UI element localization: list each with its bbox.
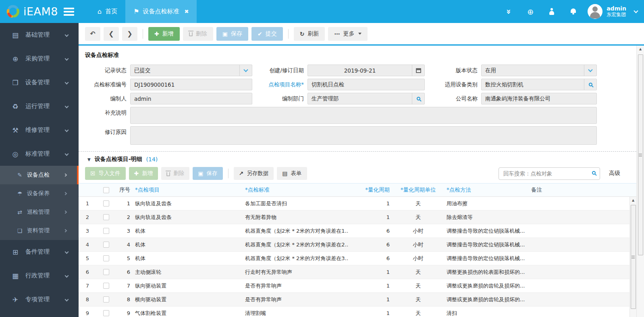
detail-search-input[interactable] xyxy=(499,167,600,180)
sidebar-item-patrol-mgmt[interactable]: ⇄巡检管理 xyxy=(0,203,79,221)
prev-button[interactable]: ❮ xyxy=(104,27,119,41)
row-checkbox[interactable] xyxy=(103,296,109,302)
bell-icon[interactable] xyxy=(569,8,577,16)
form-view-button[interactable]: ▤ 表单 xyxy=(277,167,307,180)
more-button[interactable]: ⋯ 更多 xyxy=(328,27,368,41)
row-checkbox[interactable] xyxy=(103,242,109,248)
table-row[interactable]: 66主动侧滚轮行走时有无异常响声1天调整更换损伤的轮表面和损坏的... xyxy=(79,265,629,279)
inspection-item-cell: 气体割枪装置 xyxy=(131,310,242,317)
row-checkbox[interactable] xyxy=(103,269,109,275)
row-checkbox[interactable] xyxy=(103,310,109,316)
search-icon[interactable] xyxy=(584,79,596,90)
sidebar-item-purchase-mgmt[interactable]: ⊕采购管理 xyxy=(0,47,79,71)
table-row[interactable]: 11纵向轨道及齿条各加工面是否清扫1天用油布擦 xyxy=(79,197,629,211)
user-menu-caret-icon[interactable] xyxy=(634,8,638,13)
supplement-textarea[interactable] xyxy=(130,107,597,124)
sidebar-item-document-mgmt[interactable]: ❏资料管理 xyxy=(0,221,79,240)
save-button[interactable]: ▣ 保存 xyxy=(216,27,248,41)
checkbox-cell xyxy=(96,242,116,248)
table-row[interactable]: 99气体割枪装置清理割嘴1天清扫 xyxy=(79,307,629,317)
calendar-icon[interactable] xyxy=(412,65,424,76)
department-lookup[interactable]: 生产管理部 xyxy=(307,93,425,104)
add-button[interactable]: ✚ 新增 xyxy=(148,27,180,41)
search-icon[interactable] xyxy=(412,93,424,104)
table-row[interactable]: 22纵向轨道及齿条有无附着异物1天除去熔渣等 xyxy=(79,211,629,224)
sidebar-item-equipment-mgmt[interactable]: ❒设备管理 xyxy=(0,71,79,94)
scroll-up-arrow[interactable]: ▲ xyxy=(637,46,644,52)
close-tab-icon[interactable]: ✖ xyxy=(185,8,189,15)
import-file-button[interactable]: ☒ 导入文件 xyxy=(85,167,126,180)
table-row[interactable]: 33机体机器直角度（划2米 * 2米的方对角误差在1...6小时调整撞击导致的定… xyxy=(79,224,629,238)
version-status-select[interactable]: 在用 xyxy=(481,65,597,76)
document-icon: ▤ xyxy=(282,171,287,176)
sidebar-item-repair-mgmt[interactable]: ⚒维修管理 xyxy=(0,118,79,142)
user-menu[interactable]: admin 东宏集团 xyxy=(588,4,626,19)
company-input[interactable]: 南通象屿海洋装备有限公司 xyxy=(481,93,597,104)
refresh-button[interactable]: ↻ 刷新 xyxy=(294,27,325,41)
menu-toggle-button[interactable] xyxy=(64,8,74,16)
inspection-name-input[interactable]: 切割机日点检 xyxy=(307,79,425,90)
chevron-down-icon[interactable] xyxy=(239,65,252,76)
period-unit-cell: 天 xyxy=(393,282,443,290)
column-header-seq[interactable]: 序号 xyxy=(116,186,131,194)
row-checkbox[interactable] xyxy=(103,214,109,220)
column-header-period[interactable]: *量化周期 xyxy=(349,186,393,194)
delete-button[interactable]: 删除 xyxy=(183,27,213,41)
record-status-select[interactable]: 已提交 xyxy=(130,65,252,76)
sidebar-item-spareparts-mgmt[interactable]: ⊞备件管理 xyxy=(0,240,79,264)
table-row[interactable]: 77纵向驱动装置是否有异常响声1天调整或更换磨损的齿轮及损坏的... xyxy=(79,279,629,293)
main-scrollbar-thumb[interactable] xyxy=(638,54,643,255)
field-label: 编制部门 xyxy=(252,93,307,104)
create-date-input[interactable]: 2019-09-21 xyxy=(307,65,425,76)
scroll-up-arrow[interactable]: ▲ xyxy=(630,197,636,203)
column-header-method[interactable]: *点检方法 xyxy=(443,186,528,194)
sidebar-item-equipment-inspection[interactable]: ✎设备点检 xyxy=(0,166,79,184)
select-all-checkbox[interactable] xyxy=(103,187,109,193)
sidebar-item-standard-mgmt[interactable]: ◎标准管理 xyxy=(0,142,79,166)
save-as-data-button[interactable]: ↗ 另存数据 xyxy=(234,167,274,180)
column-header-standard[interactable]: *点检标准 xyxy=(242,186,349,194)
row-checkbox[interactable] xyxy=(103,228,109,234)
sidebar-item-basic-mgmt[interactable]: ▤基础管理 xyxy=(0,23,79,47)
main-scrollbar[interactable]: ▲ xyxy=(636,46,644,317)
next-button[interactable]: ❯ xyxy=(122,27,137,41)
standard-no-input[interactable]: DJ1909000161 xyxy=(130,79,252,90)
search-icon[interactable] xyxy=(592,171,596,175)
advanced-search-link[interactable]: 高级 xyxy=(609,170,620,177)
inspection-item-cell: 纵向驱动装置 xyxy=(131,282,242,290)
detail-save-button[interactable]: ▣ 保存 xyxy=(193,167,222,180)
author-input[interactable]: admin xyxy=(130,93,252,104)
table-row[interactable]: 55机体机器直角度（划2米 * 2米的方对角误差在3...6小时调整撞击导致的定… xyxy=(79,252,629,265)
table-row[interactable]: 44机体机器直角度（划2米 * 2米的方对角误差在2...6小时调整撞击导致的定… xyxy=(79,238,629,252)
column-header-remark[interactable]: 备注 xyxy=(528,186,636,194)
column-header-item[interactable]: *点检项目 xyxy=(131,186,242,194)
column-header-unit[interactable]: *量化周期单位 xyxy=(393,186,443,194)
detail-delete-button[interactable]: 删除 xyxy=(161,167,189,180)
sidebar-item-label: 运行管理 xyxy=(25,102,50,110)
table-scrollbar-thumb[interactable] xyxy=(631,205,636,309)
revision-reason-textarea[interactable] xyxy=(130,126,597,145)
row-checkbox[interactable] xyxy=(103,255,109,261)
detail-add-button[interactable]: ✚ 新增 xyxy=(129,167,158,180)
row-checkbox[interactable] xyxy=(103,200,109,206)
inspection-standard-cell: 机器直角度（划2米 * 2米的方对角误差在1... xyxy=(242,227,349,235)
globe-icon[interactable]: ⊕ xyxy=(526,8,534,16)
double-chevron-down-icon[interactable]: » xyxy=(505,8,513,16)
table-scrollbar[interactable]: ▲ xyxy=(629,197,636,317)
tab-home[interactable]: ⌂ 首页 xyxy=(89,0,125,23)
umbrella-icon: ☂ xyxy=(16,190,23,197)
sidebar-item-equipment-maintenance[interactable]: ☂设备保养 xyxy=(0,184,79,203)
person-icon[interactable] xyxy=(548,8,556,16)
row-checkbox[interactable] xyxy=(103,283,109,289)
back-button[interactable]: ↶ xyxy=(85,27,100,41)
submit-button[interactable]: ✔ 提交 xyxy=(251,27,283,41)
floppy-icon: ▣ xyxy=(198,171,203,176)
tab-equipment-inspection-standard[interactable]: ⚑ 设备点检标准 ✖ xyxy=(125,0,197,23)
sidebar-item-admin-mgmt[interactable]: ▦行政管理 xyxy=(0,264,79,288)
sidebar-item-special-mgmt[interactable]: ✈专项管理 xyxy=(0,288,79,311)
chevron-down-icon[interactable] xyxy=(584,65,596,76)
collapse-triangle-icon[interactable]: ▼ xyxy=(87,157,91,162)
sidebar-item-operation-mgmt[interactable]: ♻运行管理 xyxy=(0,94,79,118)
table-row[interactable]: 88横向驱动装置是否有异常响声1天调整或更换磨损的齿轮及损坏的... xyxy=(79,293,629,307)
equipment-category-lookup[interactable]: 数控火焰切割机 xyxy=(481,79,597,90)
